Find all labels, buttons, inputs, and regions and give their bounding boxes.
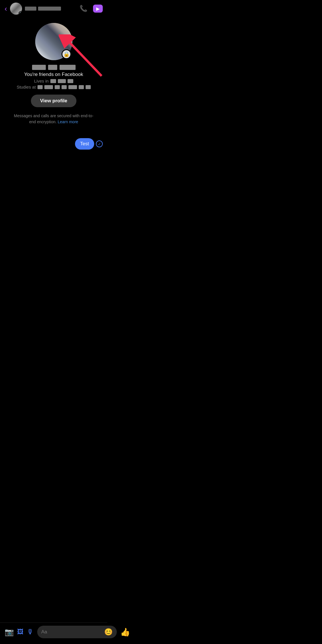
learn-more-link[interactable]: Learn more — [58, 120, 78, 124]
delivered-icon: ✓ — [96, 140, 103, 147]
profile-avatar-wrap: 🔒 — [35, 23, 72, 60]
video-call-button[interactable]: ▶ — [93, 5, 103, 13]
friends-status-text: You're friends on Facebook — [24, 72, 83, 77]
school-r3 — [55, 85, 60, 89]
video-icon: ▶ — [96, 6, 100, 11]
avatar-lock-badge: 🔒 — [19, 11, 22, 15]
svg-line-1 — [70, 43, 102, 76]
profile-name-r2 — [48, 65, 57, 70]
encryption-notice: Messages and calls are secured with end-… — [6, 113, 102, 125]
header-name-area — [25, 7, 80, 11]
profile-section: 🔒 You're friends on Facebook Lives in St… — [0, 17, 107, 135]
chat-empty-space — [0, 152, 107, 267]
studies-label: Studies at — [17, 85, 36, 89]
school-r2 — [44, 85, 53, 89]
messages-area: Test ✓ — [0, 135, 107, 152]
view-profile-button[interactable]: View profile — [31, 95, 76, 107]
profile-name-row — [32, 65, 76, 70]
header-avatar[interactable]: 🔒 — [10, 3, 22, 15]
profile-name-r1 — [32, 65, 46, 70]
header-action-icons: 📞 ▶ — [80, 5, 103, 13]
name-redacted-2 — [38, 7, 61, 11]
lives-label: Lives in — [34, 79, 49, 83]
school-r5 — [68, 85, 77, 89]
city-r1 — [50, 79, 56, 83]
outgoing-message-bubble: Test — [75, 138, 94, 150]
lives-in-row: Lives in — [34, 79, 73, 83]
school-r4 — [62, 85, 67, 89]
contact-name-row — [25, 7, 80, 11]
city-r2 — [58, 79, 66, 83]
message-row: Test ✓ — [75, 138, 103, 150]
school-r7 — [86, 85, 91, 89]
profile-name-r3 — [60, 65, 76, 70]
header: ‹ 🔒 📞 ▶ — [0, 0, 107, 17]
phone-call-button[interactable]: 📞 — [80, 5, 87, 12]
school-r6 — [79, 85, 84, 89]
school-r1 — [37, 85, 43, 89]
name-redacted-1 — [25, 7, 36, 11]
studies-at-row: Studies at — [17, 85, 91, 89]
encryption-text: Messages and calls are secured with end-… — [14, 113, 94, 124]
city-r3 — [68, 79, 73, 83]
profile-lock-badge: 🔒 — [62, 49, 71, 59]
back-button[interactable]: ‹ — [5, 5, 7, 12]
